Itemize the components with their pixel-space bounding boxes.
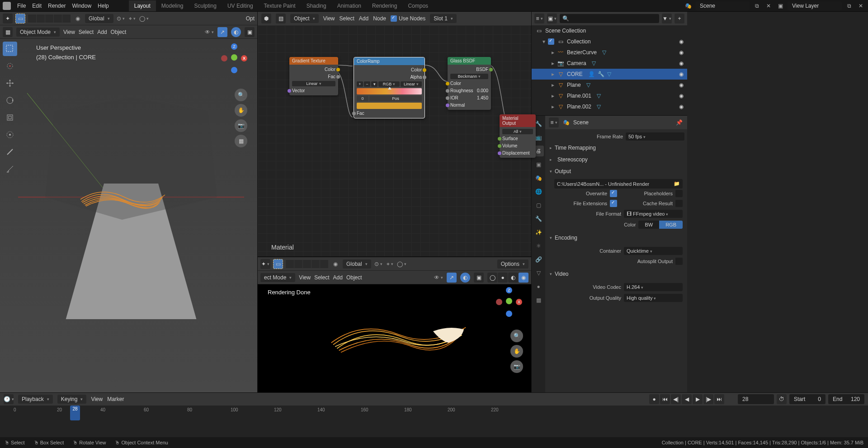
- workspace-tab-rendering[interactable]: Rendering: [367, 0, 402, 11]
- use-nodes-toggle[interactable]: Use Nodes: [391, 15, 425, 22]
- panel-stereoscopy[interactable]: Stereoscopy: [548, 154, 684, 165]
- tool-select-box[interactable]: [3, 42, 17, 56]
- tab-constraint[interactable]: 🔗: [533, 254, 544, 265]
- timeline-type-icon[interactable]: 🕐: [4, 394, 14, 404]
- outliner-type-icon[interactable]: ≡: [534, 14, 544, 24]
- proportional-icon[interactable]: ◯: [140, 14, 149, 23]
- rv-pivot-icon[interactable]: ⊙: [374, 259, 383, 269]
- panel-video[interactable]: Video: [548, 268, 684, 280]
- tab-data[interactable]: ▽: [533, 268, 544, 278]
- render-canvas[interactable]: Rendering Done Z: [258, 284, 531, 392]
- tool-move[interactable]: [3, 76, 17, 90]
- editor-type2-icon[interactable]: ▦: [3, 27, 13, 37]
- frame-rate-field[interactable]: 50 fps: [626, 132, 684, 141]
- eye-icon[interactable]: ◉: [679, 93, 684, 99]
- shader-type-icon[interactable]: ▧: [276, 14, 286, 24]
- workspace-tab-modeling[interactable]: Modeling: [156, 0, 189, 11]
- menu-file[interactable]: File: [17, 3, 26, 9]
- options-label[interactable]: Opt: [246, 15, 255, 22]
- outliner-item-core[interactable]: ▸▽CORE👤🔧▽◉: [532, 69, 687, 80]
- output-path-field[interactable]: C:\Users\24BosmN... - Unfinished Render …: [554, 179, 683, 189]
- tool-scale[interactable]: [3, 110, 17, 125]
- visibility-icon[interactable]: 👁: [205, 28, 214, 37]
- rv-cursor-icon[interactable]: ◉: [331, 259, 340, 269]
- rv-select-modes[interactable]: [286, 260, 328, 268]
- rv-xray-icon[interactable]: ▣: [474, 273, 484, 283]
- outliner-search[interactable]: 🔍: [560, 14, 659, 23]
- props-type-icon[interactable]: ≡: [549, 118, 559, 127]
- tab-physics[interactable]: ⚛: [533, 241, 544, 251]
- node-canvas[interactable]: Gradient Texture Color Fac Linear Vector…: [258, 25, 531, 256]
- mode-dropdown[interactable]: Object Mode: [16, 28, 60, 37]
- node-menu-node[interactable]: Node: [373, 15, 386, 22]
- collection-checkbox[interactable]: [548, 38, 554, 45]
- pin-icon[interactable]: 📌: [675, 118, 684, 127]
- file-ext-checkbox[interactable]: [610, 200, 617, 207]
- menu-edit[interactable]: Edit: [32, 3, 42, 9]
- rv-select-tool-icon[interactable]: ▭: [273, 259, 283, 269]
- rv-options[interactable]: Options: [497, 259, 528, 269]
- node-gradient-texture[interactable]: Gradient Texture Color Fac Linear Vector: [289, 57, 338, 95]
- tab-modifier[interactable]: 🔧: [533, 213, 544, 224]
- color-ramp-gradient[interactable]: [357, 88, 422, 94]
- node-menu-add[interactable]: Add: [359, 15, 368, 22]
- vp-menu-add[interactable]: Add: [97, 29, 107, 35]
- select-box-tool-icon[interactable]: ▭: [15, 14, 25, 24]
- delete-scene-icon[interactable]: ✕: [764, 1, 773, 10]
- play-reverse-icon[interactable]: ◀: [682, 394, 692, 404]
- view-layer-field[interactable]: View Layer: [788, 1, 842, 10]
- codec-field[interactable]: H.264: [624, 283, 683, 291]
- outliner-item-plane-002[interactable]: ▸▽Plane.002▽◉: [532, 101, 687, 112]
- node-editor-type-icon[interactable]: ⬢: [261, 14, 271, 24]
- eye-icon[interactable]: ◉: [679, 60, 684, 66]
- material-slot-dropdown[interactable]: Slot 1: [430, 14, 457, 23]
- node-object-dropdown[interactable]: Object: [290, 14, 319, 23]
- workspace-tab-uv-editing[interactable]: UV Editing: [222, 0, 259, 11]
- editor-type-icon[interactable]: ✦: [3, 14, 13, 24]
- node-menu-select[interactable]: Select: [339, 15, 354, 22]
- eye-icon[interactable]: ◉: [679, 49, 684, 56]
- keyframe-next-icon[interactable]: |▶: [703, 394, 713, 404]
- outliner-item-plane[interactable]: ▸▽Plane▽◉: [532, 80, 687, 90]
- node-material-output[interactable]: Material Output All Surface Volume Displ…: [500, 114, 536, 158]
- rv-pan-icon[interactable]: ✋: [510, 345, 523, 358]
- tab-scene[interactable]: 🎭: [533, 173, 544, 184]
- blender-logo-icon[interactable]: [3, 2, 11, 10]
- vp-menu-object[interactable]: Object: [111, 29, 127, 35]
- tab-object[interactable]: ▢: [533, 200, 544, 211]
- axis-z-icon[interactable]: Z: [231, 43, 237, 50]
- eye-icon[interactable]: ◉: [679, 71, 684, 77]
- menu-help[interactable]: Help: [98, 3, 109, 9]
- tab-world[interactable]: 🌐: [533, 186, 544, 197]
- rv-menu-view[interactable]: View: [299, 274, 311, 281]
- copy-layer-icon[interactable]: ⧉: [844, 1, 854, 10]
- pivot-icon[interactable]: ⊙: [116, 14, 125, 23]
- rv-prop-icon[interactable]: ◯: [397, 259, 406, 269]
- rv-snap-icon[interactable]: ⌖: [386, 259, 395, 269]
- axis-x-icon[interactable]: X: [241, 55, 247, 61]
- workspace-tab-sculpting[interactable]: Sculpting: [189, 0, 222, 11]
- menu-window[interactable]: Window: [72, 3, 91, 9]
- rv-mode-label[interactable]: ect Mode: [260, 273, 295, 282]
- viewlayer-icon[interactable]: ▣: [776, 1, 785, 10]
- timer-icon[interactable]: ⏱: [777, 394, 787, 404]
- autokey-icon[interactable]: ●: [649, 394, 659, 404]
- rv-menu-add[interactable]: Add: [333, 274, 343, 281]
- keyframe-prev-icon[interactable]: ◀|: [671, 394, 681, 404]
- shading-mode-icons[interactable]: ◯●◐◉: [487, 273, 528, 283]
- tool-measure[interactable]: [3, 162, 17, 176]
- select-mode-icons[interactable]: [28, 14, 71, 23]
- axis-y-icon[interactable]: [231, 54, 237, 61]
- tool-cursor[interactable]: [3, 59, 17, 73]
- navigation-gizmo[interactable]: Z X: [221, 44, 248, 71]
- outliner-item-beziercurve[interactable]: ▸〰BezierCurve▽◉: [532, 47, 687, 58]
- placeholders-checkbox[interactable]: [675, 190, 683, 197]
- workspace-tab-layout[interactable]: Layout: [129, 0, 156, 11]
- panel-time-remapping[interactable]: Time Remapping: [548, 142, 684, 154]
- node-menu-view[interactable]: View: [323, 15, 335, 22]
- vp-menu-view[interactable]: View: [63, 29, 75, 35]
- tab-viewlayer[interactable]: ▣: [533, 159, 544, 170]
- rv-overlay-icon[interactable]: ◐: [460, 273, 470, 283]
- axis-neg-icon[interactable]: [221, 55, 227, 61]
- jump-end-icon[interactable]: ⏭: [714, 394, 724, 404]
